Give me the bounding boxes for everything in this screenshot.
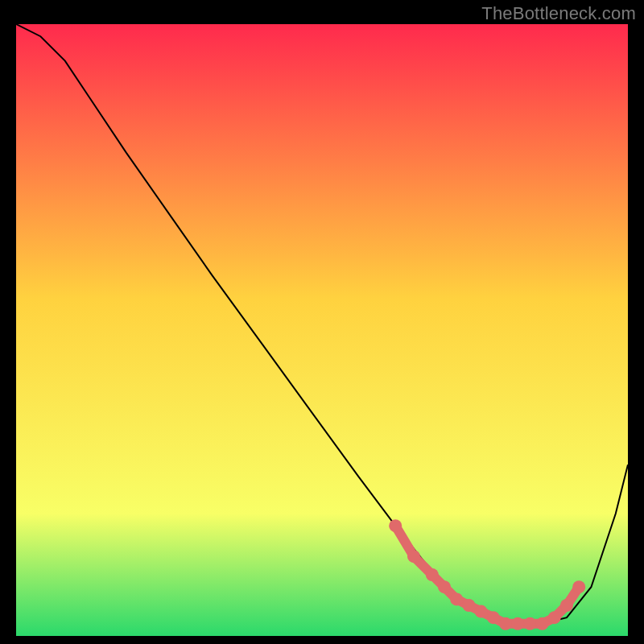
bead — [536, 617, 549, 630]
plot-area — [16, 24, 628, 636]
gradient-background — [16, 24, 628, 636]
bead — [499, 617, 512, 630]
bead — [511, 617, 524, 630]
bead — [462, 599, 475, 612]
attribution-text: TheBottleneck.com — [481, 3, 636, 24]
bead — [523, 617, 536, 630]
bead — [389, 519, 402, 532]
bead — [560, 599, 573, 612]
bead — [438, 580, 451, 593]
bead — [487, 611, 500, 624]
bead — [426, 568, 439, 581]
chart-svg — [16, 24, 628, 636]
bead — [407, 550, 420, 563]
bead — [450, 592, 463, 605]
chart-frame: TheBottleneck.com — [0, 0, 644, 644]
bead — [475, 605, 488, 618]
bead — [548, 611, 561, 624]
bead — [572, 580, 585, 593]
